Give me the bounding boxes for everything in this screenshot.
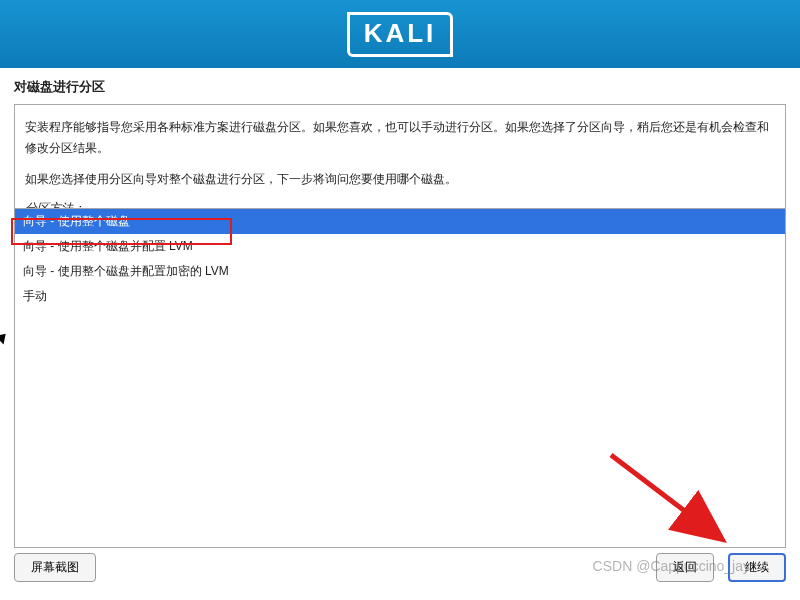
description-2: 如果您选择使用分区向导对整个磁盘进行分区，下一步将询问您要使用哪个磁盘。 [25, 169, 775, 190]
footer-bar: 屏幕截图 返回 继续 [14, 553, 786, 582]
cursor-icon [0, 330, 10, 345]
option-guided-lvm[interactable]: 向导 - 使用整个磁盘并配置 LVM [15, 234, 785, 259]
description-1: 安装程序能够指导您采用各种标准方案进行磁盘分区。如果您喜欢，也可以手动进行分区。… [25, 117, 775, 159]
option-guided-encrypted-lvm[interactable]: 向导 - 使用整个磁盘并配置加密的 LVM [15, 259, 785, 284]
option-guided-entire-disk[interactable]: 向导 - 使用整个磁盘 [15, 209, 785, 234]
page-title: 对磁盘进行分区 [14, 78, 786, 96]
option-manual[interactable]: 手动 [15, 284, 785, 309]
header-banner: KALI [0, 0, 800, 68]
continue-button[interactable]: 继续 [728, 553, 786, 582]
page-title-section: 对磁盘进行分区 [0, 68, 800, 104]
kali-logo: KALI [347, 12, 454, 57]
kali-logo-text: KALI [364, 18, 437, 48]
partition-method-list[interactable]: 向导 - 使用整个磁盘 向导 - 使用整个磁盘并配置 LVM 向导 - 使用整个… [14, 208, 786, 548]
back-button[interactable]: 返回 [656, 553, 714, 582]
content-box: 安装程序能够指导您采用各种标准方案进行磁盘分区。如果您喜欢，也可以手动进行分区。… [14, 104, 786, 548]
footer-right-group: 返回 继续 [646, 553, 786, 582]
screenshot-button[interactable]: 屏幕截图 [14, 553, 96, 582]
